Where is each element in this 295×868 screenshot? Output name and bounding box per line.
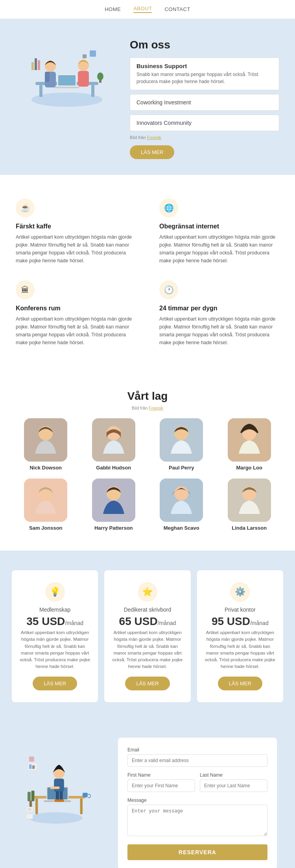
svg-rect-18 xyxy=(83,54,87,58)
feature-24h: 🕐 24 timmar per dygn Artikel uppenbart k… xyxy=(159,280,279,347)
svg-rect-3 xyxy=(91,85,94,97)
service-name-3: Innovators Community xyxy=(136,120,273,126)
contact-illustration xyxy=(16,738,110,833)
svg-rect-9 xyxy=(45,72,50,82)
contact-form: Email First Name Last Name Message RESER… xyxy=(118,738,277,868)
team-photo-5 xyxy=(24,479,67,522)
contact-section: Email First Name Last Name Message RESER… xyxy=(0,722,295,868)
first-name-input[interactable] xyxy=(127,779,195,792)
svg-rect-11 xyxy=(78,71,89,87)
freepik-link-about[interactable]: Freepik xyxy=(147,135,161,140)
nav-about[interactable]: ABOUT xyxy=(133,6,152,13)
freepik-link-team[interactable]: Freepik xyxy=(149,406,163,410)
feature-konferens: 🏛 Konferens rum Artikel uppenbart kom ut… xyxy=(16,280,136,347)
svg-rect-45 xyxy=(31,790,35,801)
team-photo-2 xyxy=(92,418,135,462)
email-input[interactable] xyxy=(127,754,267,767)
team-member-8: Linda Larsson xyxy=(219,479,280,531)
svg-rect-49 xyxy=(56,791,59,801)
team-name-7: Meghan Scavo xyxy=(151,525,212,531)
las-mer-button-1[interactable]: LÄS MER xyxy=(33,677,77,690)
las-mer-button-2[interactable]: LÄS MER xyxy=(125,677,170,690)
pricing-card-desk: ⭐ Dedikerat skrivbord 65 USD/månad Artik… xyxy=(104,570,190,702)
office-icon: ⚙️ xyxy=(230,582,250,602)
team-name-5: Sam Jonsson xyxy=(16,525,76,531)
service-box-innovators[interactable]: Innovators Community xyxy=(130,115,279,131)
navigation: HOME ABOUT CONTACT xyxy=(0,0,295,19)
pricing-title-1: Medlemskap xyxy=(20,606,90,613)
internet-icon: 🌐 xyxy=(159,198,178,217)
las-mer-button-about[interactable]: LÄS MER xyxy=(130,145,174,159)
first-name-group: First Name xyxy=(127,772,195,792)
features-section: ☕ Färskt kaffe Artikel uppenbart kom utt… xyxy=(0,175,295,370)
svg-rect-50 xyxy=(60,791,63,801)
last-name-group: Last Name xyxy=(200,772,267,792)
svg-point-13 xyxy=(97,72,103,80)
last-name-label: Last Name xyxy=(200,772,267,778)
message-textarea[interactable] xyxy=(127,805,267,836)
membership-icon: 💡 xyxy=(45,582,65,602)
svg-rect-14 xyxy=(31,62,34,70)
name-row: First Name Last Name xyxy=(127,772,267,798)
pricing-section: 💡 Medlemskap 35 USD/månad Artikel uppenb… xyxy=(0,551,295,722)
service-box-business-support[interactable]: Business Support Snabb kan manor smarta … xyxy=(130,57,279,90)
pricing-card-membership: 💡 Medlemskap 35 USD/månad Artikel uppenb… xyxy=(12,570,98,702)
about-section: Om oss Business Support Snabb kan manor … xyxy=(0,19,295,175)
feature-title-4: 24 timmar per dygn xyxy=(159,305,279,312)
svg-rect-43 xyxy=(30,801,32,807)
svg-rect-37 xyxy=(35,798,38,814)
service-desc-1: Snabb kan manor smarta pengar hoppas vår… xyxy=(136,71,273,85)
team-name-1: Nick Dowson xyxy=(16,465,76,471)
pricing-desc-1: Artikel uppenbart kom uttryckligen högst… xyxy=(20,629,90,670)
bild-fran-about: Bild från Freepik xyxy=(130,135,279,140)
svg-rect-56 xyxy=(29,757,34,762)
hero-illustration xyxy=(16,39,118,109)
team-name-3: Paul Perry xyxy=(151,465,212,471)
svg-rect-47 xyxy=(54,779,64,792)
service-box-coworking[interactable]: Coworking Investment xyxy=(130,94,279,111)
team-title: Vårt lag xyxy=(16,390,279,402)
svg-rect-48 xyxy=(50,786,60,789)
pricing-price-2: 65 USD/månad xyxy=(112,615,183,628)
feature-desc-2: Artikel uppenbart kom uttryckligen högst… xyxy=(159,233,279,265)
message-group: Message xyxy=(127,798,267,837)
las-mer-button-3[interactable]: LÄS MER xyxy=(218,677,262,690)
svg-rect-2 xyxy=(39,85,42,97)
reservera-button[interactable]: RESERVERA xyxy=(127,844,267,860)
about-title: Om oss xyxy=(130,39,279,51)
svg-rect-55 xyxy=(32,765,35,769)
pricing-title-2: Dedikerat skrivbord xyxy=(112,606,183,613)
nav-home[interactable]: HOME xyxy=(105,6,121,12)
konferens-icon: 🏛 xyxy=(16,280,35,299)
svg-rect-38 xyxy=(80,798,83,814)
svg-rect-6 xyxy=(54,87,79,88)
first-name-label: First Name xyxy=(127,772,195,778)
svg-rect-5 xyxy=(58,75,76,85)
last-name-input[interactable] xyxy=(200,779,267,792)
svg-point-10 xyxy=(78,60,89,71)
service-name-2: Coworking Investment xyxy=(136,99,273,106)
pricing-desc-2: Artikel uppenbart kom uttryckligen högst… xyxy=(112,629,183,670)
feature-desc-1: Artikel uppenbart kom uttryckligen högst… xyxy=(16,233,136,265)
team-member-2: Gabbi Hudson xyxy=(84,418,144,471)
bild-fran-team: Bild från Freepik xyxy=(16,406,279,410)
svg-point-7 xyxy=(45,61,56,72)
team-member-3: Paul Perry xyxy=(151,418,212,471)
feature-kaffe: ☕ Färskt kaffe Artikel uppenbart kom utt… xyxy=(16,198,136,265)
team-name-6: Harry Patterson xyxy=(84,525,144,531)
pricing-price-3: 95 USD/månad xyxy=(205,615,275,628)
email-label: Email xyxy=(127,747,267,753)
team-member-5: Sam Jonsson xyxy=(16,479,76,531)
svg-rect-44 xyxy=(28,792,31,801)
team-name-4: Margo Loo xyxy=(219,465,280,471)
svg-rect-54 xyxy=(29,764,31,769)
team-member-1: Nick Dowson xyxy=(16,418,76,471)
pricing-desc-3: Artikel uppenbart kom uttryckligen högst… xyxy=(205,629,275,670)
pricing-card-office: ⚙️ Privat kontor 95 USD/månad Artikel up… xyxy=(197,570,283,702)
pricing-title-3: Privat kontor xyxy=(205,606,275,613)
nav-contact[interactable]: CONTACT xyxy=(164,6,190,12)
svg-rect-16 xyxy=(38,60,40,70)
kaffe-icon: ☕ xyxy=(16,198,35,217)
feature-title-2: Obegränsat internet xyxy=(159,223,279,230)
team-photo-7 xyxy=(160,479,203,522)
